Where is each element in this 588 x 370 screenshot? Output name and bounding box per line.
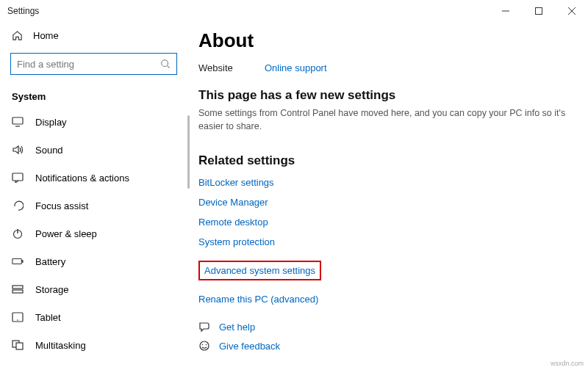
search-field[interactable] xyxy=(17,59,160,70)
svg-rect-1 xyxy=(535,8,542,15)
svg-point-19 xyxy=(200,341,209,350)
storage-icon xyxy=(12,283,24,295)
get-help-row[interactable]: Get help xyxy=(198,321,573,333)
new-settings-heading: This page has a few new settings xyxy=(198,88,573,103)
focus-assist-icon xyxy=(12,200,24,211)
tablet-icon xyxy=(12,311,24,323)
battery-icon xyxy=(12,255,24,267)
sidebar-item-label: Storage xyxy=(35,284,69,295)
sidebar-item-label: Focus assist xyxy=(35,200,88,211)
website-row: Website Online support xyxy=(198,62,573,73)
link-advanced-system-settings[interactable]: Advanced system settings xyxy=(198,261,321,280)
get-help-label: Get help xyxy=(219,322,255,333)
feedback-icon xyxy=(198,340,210,352)
sidebar-item-label: Multitasking xyxy=(35,340,86,351)
svg-rect-8 xyxy=(12,173,23,181)
page-title: About xyxy=(198,29,573,52)
svg-rect-14 xyxy=(12,290,23,293)
svg-point-4 xyxy=(162,60,168,67)
close-button[interactable] xyxy=(555,0,588,22)
sidebar-item-label: Display xyxy=(35,117,67,128)
sidebar-item-multitasking[interactable]: Multitasking xyxy=(0,331,187,359)
sidebar-item-display[interactable]: Display xyxy=(0,108,187,136)
power-icon xyxy=(12,228,24,239)
svg-rect-11 xyxy=(12,258,21,264)
sidebar-item-notifications[interactable]: Notifications & actions xyxy=(0,164,187,192)
svg-point-16 xyxy=(17,319,18,321)
title-bar: Settings xyxy=(0,0,588,22)
new-settings-desc: Some settings from Control Panel have mo… xyxy=(198,107,573,133)
sidebar-item-label: Notifications & actions xyxy=(35,173,129,184)
svg-rect-18 xyxy=(16,343,23,349)
maximize-button[interactable] xyxy=(522,0,555,22)
search-input[interactable] xyxy=(10,53,177,75)
website-label: Website xyxy=(198,62,265,73)
sound-icon xyxy=(12,144,24,156)
home-icon xyxy=(12,30,23,41)
link-remote-desktop[interactable]: Remote desktop xyxy=(198,217,573,228)
content-pane: About Website Online support This page h… xyxy=(190,22,588,370)
give-feedback-row[interactable]: Give feedback xyxy=(198,340,573,352)
svg-point-21 xyxy=(206,344,207,346)
sidebar-home-label: Home xyxy=(33,30,59,41)
sidebar-item-power-sleep[interactable]: Power & sleep xyxy=(0,220,187,247)
sidebar-item-label: Sound xyxy=(35,145,63,156)
related-settings-heading: Related settings xyxy=(198,153,573,168)
link-bitlocker[interactable]: BitLocker settings xyxy=(198,177,573,188)
window-title: Settings xyxy=(7,6,39,16)
sidebar-home[interactable]: Home xyxy=(0,22,187,48)
online-support-link[interactable]: Online support xyxy=(265,62,327,73)
svg-rect-13 xyxy=(12,286,23,289)
link-system-protection[interactable]: System protection xyxy=(198,236,573,247)
notifications-icon xyxy=(12,172,24,184)
watermark: wsxdn.com xyxy=(551,360,584,367)
sidebar-item-tablet[interactable]: Tablet xyxy=(0,303,187,331)
minimize-button[interactable] xyxy=(489,0,522,22)
sidebar-item-label: Power & sleep xyxy=(35,228,97,239)
svg-point-20 xyxy=(202,344,204,346)
sidebar-item-sound[interactable]: Sound xyxy=(0,136,187,164)
multitasking-icon xyxy=(12,339,24,351)
svg-rect-12 xyxy=(22,260,24,263)
sidebar-section-label: System xyxy=(0,82,187,108)
svg-line-5 xyxy=(168,66,170,68)
link-rename-pc[interactable]: Rename this PC (advanced) xyxy=(198,294,573,305)
sidebar-item-focus-assist[interactable]: Focus assist xyxy=(0,192,187,220)
give-feedback-label: Give feedback xyxy=(219,341,280,352)
sidebar-item-label: Battery xyxy=(35,256,65,267)
sidebar: Home System Display Sound Notifications … xyxy=(0,22,187,370)
svg-rect-6 xyxy=(12,117,23,124)
link-device-manager[interactable]: Device Manager xyxy=(198,197,573,208)
search-icon xyxy=(160,59,171,69)
gethelp-icon xyxy=(198,321,210,333)
sidebar-item-storage[interactable]: Storage xyxy=(0,275,187,303)
display-icon xyxy=(12,116,24,128)
sidebar-item-battery[interactable]: Battery xyxy=(0,247,187,275)
sidebar-item-label: Tablet xyxy=(35,312,61,323)
